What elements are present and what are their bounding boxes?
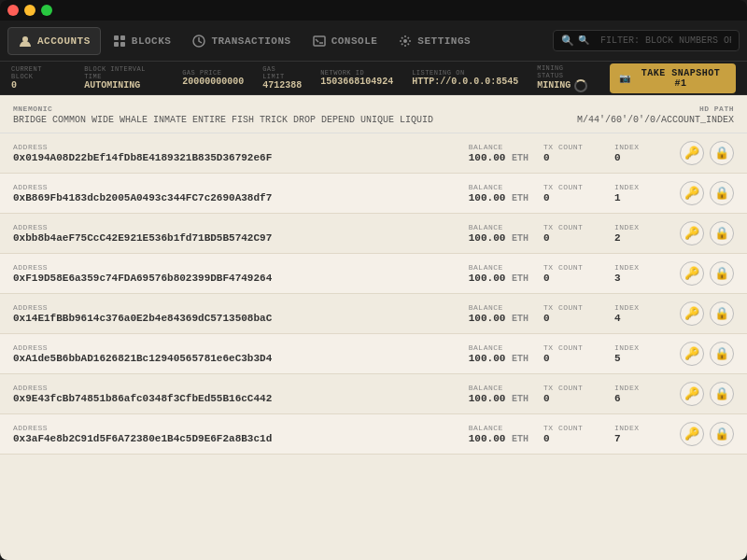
key-icon-5[interactable]: 🔑 [680, 342, 704, 366]
accounts-icon [18, 34, 33, 49]
search-container: 🔍 [553, 30, 740, 51]
hdpath-section: HD PATH M/44'/60'/0'/0/ACCOUNT_INDEX [577, 105, 734, 125]
lock-icon-0[interactable]: 🔒 [710, 141, 734, 165]
address-label-1: ADDRESS [13, 183, 459, 191]
stat-listening: LISTENING ON HTTP://0.0.0.0:8545 [412, 69, 518, 87]
account-meta-5: BALANCE 100.00 ETH TX COUNT 0 INDEX 5 [469, 343, 670, 364]
balance-item-1: BALANCE 100.00 ETH [469, 183, 529, 203]
account-row: ADDRESS 0x9E43fcBb74851b86afc0348f3CfbEd… [0, 374, 747, 414]
index-item-0: INDEX 0 [614, 143, 670, 163]
txcount-item-4: TX COUNT 0 [543, 303, 599, 324]
balance-item-6: BALANCE 100.00 ETH [469, 384, 529, 404]
account-actions-6: 🔑 🔒 [680, 382, 734, 406]
account-main-6: ADDRESS 0x9E43fcBb74851b86afc0348f3CfbEd… [13, 384, 459, 404]
stat-mining-status: MINING STATUS MINING [537, 64, 591, 92]
account-actions-1: 🔑 🔒 [680, 181, 734, 205]
key-icon-4[interactable]: 🔑 [680, 301, 704, 326]
svg-rect-1 [114, 35, 119, 40]
index-item-6: INDEX 6 [614, 384, 670, 404]
search-input[interactable] [578, 35, 731, 46]
account-actions-5: 🔑 🔒 [680, 342, 734, 366]
account-main-1: ADDRESS 0xB869Fb4183dcb2005A0493c344FC7c… [13, 183, 459, 203]
account-actions-0: 🔑 🔒 [680, 141, 734, 165]
settings-icon [398, 34, 413, 49]
address-value-0[interactable]: 0x0194A08D22bEf14fDb8E4189321B835D36792e… [13, 152, 459, 163]
maximize-button[interactable] [41, 5, 52, 16]
camera-icon: 📷 [619, 73, 631, 84]
account-row: ADDRESS 0xbb8b4aeF75CcC42E921E536b1fd71B… [0, 214, 747, 254]
account-main-5: ADDRESS 0xA1de5B6bbAD1626821Bc1294056578… [13, 343, 459, 364]
svg-rect-4 [120, 42, 125, 47]
index-item-7: INDEX 7 [614, 424, 670, 444]
snapshot-button[interactable]: 📷 TAKE SNAPSHOT #1 [610, 63, 736, 93]
nav-accounts[interactable]: Accounts [7, 27, 101, 55]
address-label-2: ADDRESS [13, 223, 459, 231]
address-value-5[interactable]: 0xA1de5B6bbAD1626821Bc12940565781e6eC3b3… [13, 353, 459, 364]
txcount-item-2: TX COUNT 0 [543, 223, 599, 244]
address-value-1[interactable]: 0xB869Fb4183dcb2005A0493c344FC7c2690A38d… [13, 192, 459, 203]
index-item-1: INDEX 1 [614, 183, 670, 203]
account-main-3: ADDRESS 0xF19D58E6a359c74FDA69576b802399… [13, 263, 459, 284]
key-icon-3[interactable]: 🔑 [680, 261, 704, 286]
account-actions-7: 🔑 🔒 [680, 422, 734, 446]
blocks-icon [112, 34, 127, 49]
account-actions-3: 🔑 🔒 [680, 261, 734, 286]
account-meta-6: BALANCE 100.00 ETH TX COUNT 0 INDEX 6 [469, 384, 670, 404]
address-value-4[interactable]: 0x14E1fBBb9614c376a0E2b4e84369dC5713508b… [13, 313, 459, 324]
account-actions-4: 🔑 🔒 [680, 301, 734, 326]
index-item-5: INDEX 5 [614, 343, 670, 364]
nav-blocks[interactable]: Blocks [103, 28, 181, 54]
account-meta-3: BALANCE 100.00 ETH TX COUNT 0 INDEX 3 [469, 263, 670, 284]
stat-network-id: NETWORK ID 1503668104924 [320, 69, 393, 87]
address-value-6[interactable]: 0x9E43fcBb74851b86afc0348f3CfbEd55B16cC4… [13, 393, 459, 404]
account-main-0: ADDRESS 0x0194A08D22bEf14fDb8E4189321B83… [13, 143, 459, 163]
key-icon-0[interactable]: 🔑 [680, 141, 704, 165]
account-row: ADDRESS 0xB869Fb4183dcb2005A0493c344FC7c… [0, 174, 747, 214]
svg-line-7 [316, 39, 318, 42]
svg-rect-2 [120, 35, 125, 40]
index-item-4: INDEX 4 [614, 303, 670, 324]
key-icon-1[interactable]: 🔑 [680, 181, 704, 205]
lock-icon-1[interactable]: 🔒 [710, 181, 734, 205]
account-meta-1: BALANCE 100.00 ETH TX COUNT 0 INDEX 1 [469, 183, 670, 203]
txcount-item-0: TX COUNT 0 [543, 143, 599, 163]
account-meta-4: BALANCE 100.00 ETH TX COUNT 0 INDEX 4 [469, 303, 670, 324]
mnemonic-section: MNEMONIC BRIDGE COMMON WIDE WHALE INMATE… [0, 95, 747, 133]
lock-icon-2[interactable]: 🔒 [710, 221, 734, 245]
txcount-item-1: TX COUNT 0 [543, 183, 599, 203]
address-value-7[interactable]: 0x3aF4e8b2C91d5F6A72380e1B4c5D9E6F2a8B3c… [13, 433, 459, 444]
key-icon-6[interactable]: 🔑 [680, 382, 704, 406]
balance-item-2: BALANCE 100.00 ETH [469, 223, 529, 244]
nav-transactions[interactable]: Transactions [182, 28, 300, 54]
stat-block-interval: BLOCK INTERVAL TIME AUTOMINING [84, 65, 163, 91]
account-row: ADDRESS 0x14E1fBBb9614c376a0E2b4e84369dC… [0, 294, 747, 334]
account-row: ADDRESS 0x3aF4e8b2C91d5F6A72380e1B4c5D9E… [0, 414, 747, 455]
balance-item-0: BALANCE 100.00 ETH [469, 143, 529, 163]
balance-item-5: BALANCE 100.00 ETH [469, 343, 529, 364]
lock-icon-5[interactable]: 🔒 [710, 342, 734, 366]
lock-icon-3[interactable]: 🔒 [710, 261, 734, 286]
txcount-item-6: TX COUNT 0 [543, 384, 599, 404]
address-label-3: ADDRESS [13, 263, 459, 272]
lock-icon-7[interactable]: 🔒 [710, 422, 734, 446]
navbar: Accounts Blocks Transactions [0, 21, 747, 62]
key-icon-2[interactable]: 🔑 [680, 221, 704, 245]
svg-point-9 [403, 39, 407, 43]
close-button[interactable] [7, 5, 19, 16]
account-row: ADDRESS 0x0194A08D22bEf14fDb8E4189321B83… [0, 133, 747, 174]
lock-icon-6[interactable]: 🔒 [710, 382, 734, 406]
stat-current-block: CURRENT BLOCK 0 [11, 65, 65, 91]
txcount-item-3: TX COUNT 0 [543, 263, 599, 284]
minimize-button[interactable] [24, 5, 35, 16]
nav-console[interactable]: Console [303, 28, 388, 54]
key-icon-7[interactable]: 🔑 [680, 422, 704, 446]
address-value-2[interactable]: 0xbb8b4aeF75CcC42E921E536b1fd71BD5B5742C… [13, 232, 459, 244]
nav-settings[interactable]: Settings [388, 28, 480, 54]
transactions-icon [191, 34, 206, 49]
balance-item-3: BALANCE 100.00 ETH [469, 263, 529, 284]
stat-gas-price: GAS PRICE 20000000000 [182, 69, 244, 87]
address-value-3[interactable]: 0xF19D58E6a359c74FDA69576b802399DBF47492… [13, 273, 459, 284]
lock-icon-4[interactable]: 🔒 [710, 301, 734, 326]
txcount-item-7: TX COUNT 0 [543, 424, 599, 444]
account-row: ADDRESS 0xA1de5B6bbAD1626821Bc1294056578… [0, 334, 747, 374]
